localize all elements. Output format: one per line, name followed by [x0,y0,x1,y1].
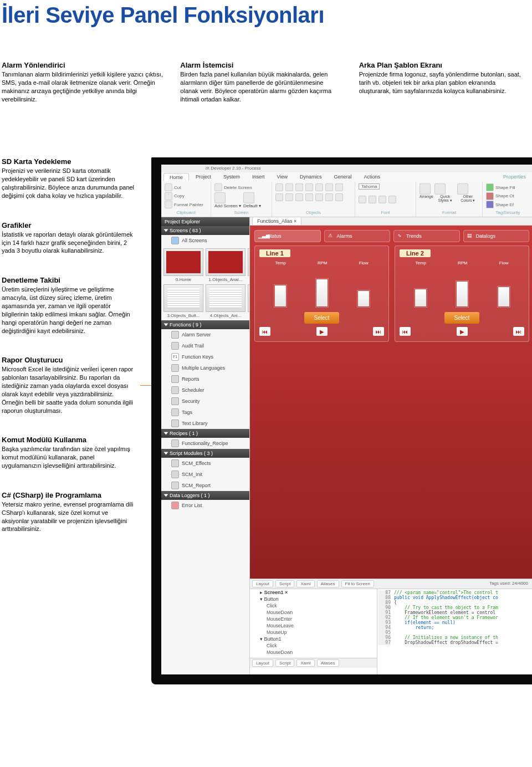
object-icon[interactable] [315,183,323,191]
object-icon[interactable] [275,183,283,191]
object-icon[interactable] [275,193,283,201]
play-icon[interactable]: ▶ [457,327,468,336]
functions-header[interactable]: Functions ( 9 ) [161,320,249,329]
ribbon-add-screen[interactable]: Add Screen ▾ [214,192,241,208]
status-tab-xaml[interactable]: Xaml [296,580,314,587]
underline-icon[interactable] [378,196,386,203]
screen-thumb[interactable]: 0.Home [163,248,203,282]
menu-properties[interactable]: Properties [498,173,531,181]
explorer-item-script[interactable]: SCM_Effects [161,458,249,469]
prev-icon[interactable]: ⏮ [400,327,411,336]
screens-header[interactable]: Screens ( 63 ) [161,226,249,235]
explorer-item-scheduler[interactable]: Scheduler [161,385,249,396]
explorer-item-script[interactable]: SCM_Report [161,480,249,491]
menu-dynamics[interactable]: Dynamics [294,173,328,181]
screen-thumb[interactable]: 4.Objects_Ani... [206,284,245,318]
status-tab-layout[interactable]: Layout [252,659,273,667]
ribbon-shape-outline[interactable]: Shape Ot [486,192,530,200]
explorer-item-audit-trail[interactable]: Audit Trail [161,340,249,351]
ribbon-default[interactable]: Default ▾ [243,192,261,208]
explorer-item-errorlist[interactable]: Error List [161,500,249,511]
hmi-tab-alarms[interactable]: ⚠Alarms [324,230,391,242]
outline-event[interactable]: MouseEnter [250,616,377,622]
outline-item[interactable]: ▾ Button [250,596,377,602]
play-icon[interactable]: ▶ [316,327,328,336]
status-tab-script[interactable]: Script [275,659,294,667]
ribbon-cut[interactable]: Cut [165,183,207,191]
menu-general[interactable]: General [328,173,357,181]
loggers-header[interactable]: Data Loggers ( 1 ) [161,491,249,500]
explorer-item-tags[interactable]: Tags [161,407,249,418]
status-tab-xaml[interactable]: Xaml [296,659,314,667]
object-icon[interactable] [295,183,303,191]
code-editor[interactable]: 87/// <param name="control">The control … [377,589,532,674]
menu-project[interactable]: Project [190,173,217,181]
ribbon-format-painter[interactable]: Format Painter [165,201,207,208]
outline-root[interactable]: ▸ Screen1 × [250,589,377,596]
object-icon[interactable] [295,193,303,201]
prev-icon[interactable]: ⏮ [259,327,270,336]
explorer-item-text-library[interactable]: Text Library [161,418,249,429]
hmi-select-button[interactable]: Select [444,312,480,324]
explorer-item-alarm-server[interactable]: Alarm Server [161,329,249,340]
menu-actions[interactable]: Actions [358,173,386,181]
ribbon-delete-screen[interactable]: Delete Screen [214,183,268,191]
object-icon[interactable] [335,183,343,191]
menu-insert[interactable]: Insert [247,173,270,181]
outline-event[interactable]: MouseUp [250,629,377,636]
ribbon-shape-effects[interactable]: Shape Ef [486,201,530,208]
font-name-select[interactable]: Tahoma [359,183,380,190]
hmi-tab-trends[interactable]: ∿Trends [393,230,460,242]
object-icon[interactable] [285,193,293,201]
hmi-tab-status[interactable]: ▁▃▅Status [254,230,321,242]
ribbon-quick-styles[interactable]: Quick Styles ▾ [434,183,456,203]
scripts-header[interactable]: Script Modules ( 3 ) [161,449,249,458]
outline-event[interactable]: MouseLeave [250,622,377,629]
bold-icon[interactable] [359,196,366,203]
status-tab-layout[interactable]: Layout [252,580,273,587]
ribbon-shape-fill[interactable]: Shape Fill [486,183,530,191]
next-icon[interactable]: ⏭ [373,327,384,336]
status-tab-aliases[interactable]: Aliases [317,580,339,587]
canvas-tab[interactable]: Functions_Alias × [252,217,301,226]
object-icon[interactable] [285,183,293,191]
menu-home[interactable]: Home [163,173,189,181]
explorer-item-languages[interactable]: Multiple Languages [161,362,249,374]
tag-icon [171,408,179,416]
alarm-icon [171,331,179,339]
outline-event[interactable]: MouseDown [250,649,377,656]
status-tab-aliases[interactable]: Aliases [317,659,339,667]
object-icon[interactable] [315,193,323,201]
object-icon[interactable] [325,183,333,191]
hmi-select-button[interactable]: Select [304,312,340,324]
explorer-item-security[interactable]: Security [161,396,249,407]
fit-to-screen[interactable]: Fit to Screen [341,580,374,587]
ribbon-arrange[interactable]: Arrange [420,183,433,203]
explorer-item-reports[interactable]: Reports [161,374,249,385]
menu-view[interactable]: View [272,173,293,181]
outline-event[interactable]: Click [250,642,377,649]
hmi-tab-datalogs[interactable]: ▤Datalogs [463,230,530,242]
ribbon-other-colors[interactable]: Other Colors ▾ [457,183,479,203]
object-icon[interactable] [325,193,333,201]
object-icon[interactable] [305,183,313,191]
explorer-item-function-keys[interactable]: F1Function Keys [161,351,249,362]
outline-event[interactable]: Click [250,602,377,609]
screen-thumb[interactable]: 1.Objects_Anal... [206,248,245,282]
italic-icon[interactable] [369,196,376,203]
ribbon-copy[interactable]: Copy [165,192,207,200]
all-screens-item[interactable]: All Screens [161,235,249,246]
explorer-item-recipe[interactable]: Functionality_Recipe [161,438,249,449]
outline-item[interactable]: ▾ Button1 [250,636,377,642]
object-icon[interactable] [335,193,343,201]
screen-thumb[interactable]: 3.Objects_Butt... [163,284,203,318]
recipes-header[interactable]: Recipes ( 1 ) [161,429,249,438]
code-line: 89{ [378,600,532,605]
object-icon[interactable] [305,193,313,201]
next-icon[interactable]: ⏭ [513,327,524,336]
menu-system[interactable]: System [218,173,245,181]
explorer-item-script[interactable]: SCM_Init [161,469,249,480]
status-tab-script[interactable]: Script [275,580,294,587]
outline-event[interactable]: MouseDown [250,609,377,616]
font-icon[interactable] [388,196,396,203]
